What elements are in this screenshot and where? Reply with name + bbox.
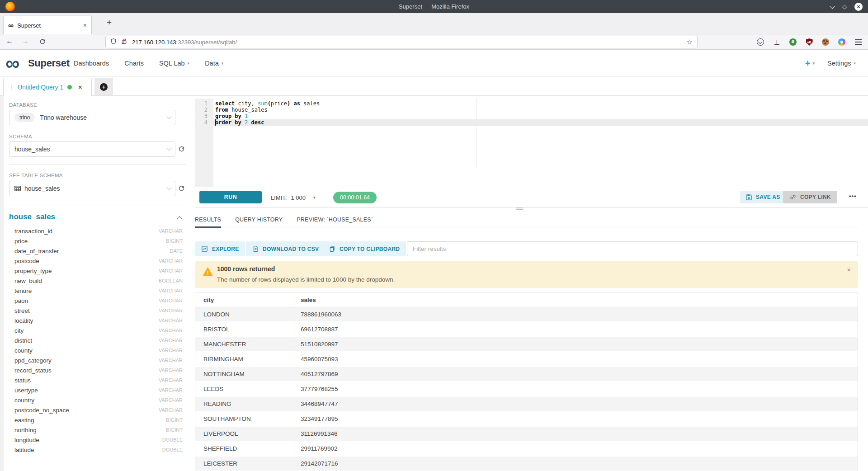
drag-handle-icon[interactable]: ⋮ (9, 84, 14, 90)
plus-circle-icon: + (100, 83, 108, 91)
column-type: VARCHAR (159, 228, 183, 234)
nav-dashboards[interactable]: Dashboards (74, 60, 109, 67)
browser-tab[interactable]: ∞ Superset × (3, 16, 92, 34)
column-type: VARCHAR (159, 288, 183, 293)
tab-preview[interactable]: PREVIEW: `HOUSE_SALES` (297, 214, 373, 227)
clipboard-icon (329, 245, 335, 252)
schema-column-row: date_of_transfer DATE (4, 246, 191, 256)
table-body: LONDON 788861960063 BRISTOL 69612708887 … (195, 307, 858, 471)
column-name: northing (14, 427, 37, 433)
tracking-shield-icon[interactable] (110, 38, 117, 47)
url-path: :32393/superset/sqllab/ (176, 39, 237, 46)
cell-city: LEEDS (195, 382, 294, 396)
column-type: VARCHAR (159, 407, 183, 413)
pocket-icon[interactable] (756, 38, 765, 47)
nav-sql-lab[interactable]: SQL Lab▾ (159, 60, 189, 67)
copy-clipboard-button[interactable]: COPY TO CLIPBOARD (323, 241, 406, 256)
maximize-icon[interactable]: ◇ (842, 4, 847, 9)
panel-resize-handle[interactable] (516, 207, 523, 210)
table-row: BIRMINGHAM 45960075093 (195, 352, 858, 367)
cell-city: NOTTINGHAM (195, 367, 294, 381)
column-header-city[interactable]: city (195, 292, 294, 307)
query-tab-close-icon[interactable]: × (78, 84, 82, 91)
line-number: 3 (204, 113, 208, 119)
schema-column-row: postcode_no_space VARCHAR (4, 405, 191, 415)
table-grid-icon (14, 186, 21, 191)
forward-button[interactable]: → (22, 37, 29, 45)
tab-close-icon[interactable]: × (83, 22, 87, 29)
save-as-button[interactable]: SAVE AS (740, 191, 785, 203)
explore-button[interactable]: EXPLORE (195, 241, 245, 256)
cell-sales: 45960075093 (294, 352, 858, 366)
insecure-lock-icon[interactable] (121, 38, 127, 47)
refresh-schemas-icon[interactable] (178, 145, 185, 153)
divider (9, 164, 186, 165)
extension-green-icon[interactable] (788, 38, 797, 47)
column-type: BIGINT (166, 417, 183, 423)
column-type: VARCHAR (159, 367, 183, 373)
run-button[interactable]: RUN (199, 191, 262, 203)
alert-close-icon[interactable]: × (847, 266, 851, 273)
table-row: BRISTOL 69612708887 (195, 322, 858, 337)
schema-column-row: postcode VARCHAR (4, 256, 191, 266)
sql-editor[interactable]: 1 2 3 4 select city, sum(price) as sales… (195, 99, 868, 187)
close-window-icon[interactable]: × (854, 3, 863, 11)
table-row: READING 34468947747 (195, 397, 858, 412)
nav-charts[interactable]: Charts (124, 60, 144, 67)
menu-hamburger-icon[interactable] (854, 38, 863, 47)
superset-logo-icon[interactable]: ∞ (5, 51, 19, 76)
code-line-4: order by 2 desc (215, 119, 264, 126)
add-query-tab-button[interactable]: + (94, 78, 113, 96)
refresh-tables-icon[interactable] (178, 184, 185, 192)
line-number: 4 (204, 119, 208, 126)
cookie-icon[interactable] (821, 38, 830, 47)
chevron-down-icon (166, 114, 171, 119)
nav-data[interactable]: Data▾ (205, 60, 223, 67)
tab-results[interactable]: RESULTS (195, 214, 221, 227)
column-type: DOUBLE (162, 447, 183, 452)
column-type: VARCHAR (159, 328, 183, 333)
downloads-icon[interactable]: ↓ (772, 38, 781, 47)
results-table: city sales LONDON 788861960063 BRISTOL 6… (195, 292, 858, 471)
bookmark-star-icon[interactable]: ☆ (687, 38, 693, 46)
reload-button[interactable] (39, 38, 46, 47)
container-colorwheel-icon[interactable] (837, 38, 846, 47)
copy-link-button[interactable]: COPY LINK (783, 191, 837, 203)
back-button[interactable]: ← (6, 37, 13, 45)
new-tab-button[interactable]: + (107, 18, 112, 28)
column-type: VARCHAR (159, 387, 183, 393)
query-tab[interactable]: ⋮ Untitled Query 1 × (3, 78, 92, 96)
table-select[interactable]: house_sales (9, 181, 175, 196)
cell-sales: 32349177895 (294, 412, 858, 426)
add-new-button[interactable]: +▾ (805, 58, 815, 69)
minimize-icon[interactable] (830, 5, 835, 9)
more-actions-button[interactable]: ••• (849, 193, 857, 199)
text-cursor (215, 119, 216, 126)
schema-column-row: new_build BOOLEAN (4, 276, 191, 286)
schema-column-row: transaction_id VARCHAR (4, 226, 191, 236)
filter-results-input[interactable] (407, 241, 858, 256)
sqllab-sidebar: DATABASE trino Trino warehouse SCHEMA ho… (4, 96, 191, 471)
column-name: district (14, 337, 32, 344)
schema-select[interactable]: house_sales (9, 141, 175, 157)
tab-query-history[interactable]: QUERY HISTORY (235, 214, 283, 227)
column-type: VARCHAR (159, 258, 183, 264)
url-bar[interactable]: 217.160.120.143:32393/superset/sqllab/ ☆ (105, 36, 698, 48)
schema-column-row: latitude DOUBLE (4, 445, 191, 455)
superset-brand[interactable]: Superset (28, 57, 70, 69)
column-header-sales[interactable]: sales (294, 292, 858, 307)
schema-column-row: ppd_category VARCHAR (4, 355, 191, 365)
sidebar-scrollbar[interactable] (0, 96, 4, 471)
query-timer-badge: 00:00:01.64 (333, 192, 377, 203)
column-name: status (14, 377, 31, 384)
query-tab-title: Untitled Query 1 (18, 84, 63, 91)
database-label: DATABASE (9, 102, 37, 108)
settings-menu[interactable]: Settings▾ (827, 60, 856, 67)
database-select[interactable]: trino Trino warehouse (9, 110, 175, 125)
limit-dropdown[interactable]: LIMIT: 1 000 ▾ (271, 187, 315, 208)
chevron-up-icon[interactable] (177, 216, 182, 221)
caret-down-icon: ▾ (813, 61, 815, 66)
download-csv-button[interactable]: DOWNLOAD TO CSV (246, 241, 325, 256)
table-name-heading[interactable]: house_sales (9, 212, 55, 221)
ublock-shield-icon[interactable]: uB (805, 38, 814, 47)
